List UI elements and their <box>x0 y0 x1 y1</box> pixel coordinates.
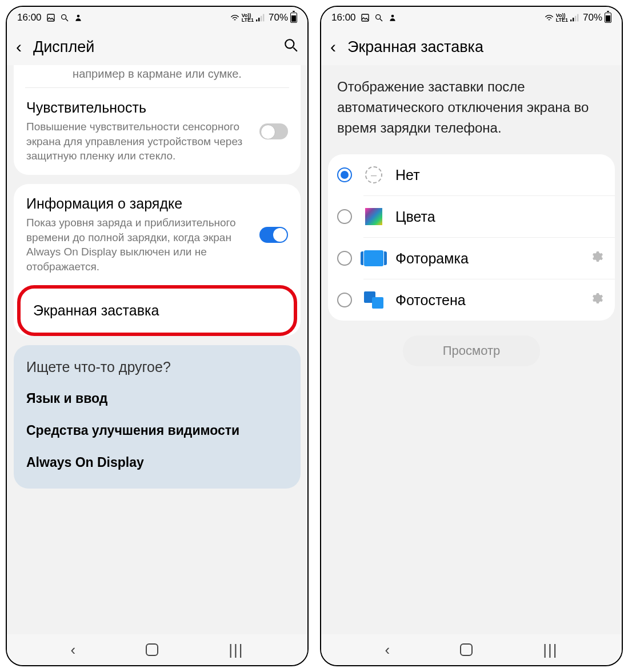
svg-point-13 <box>391 15 394 18</box>
option-photoframe[interactable]: Фоторамка <box>328 238 615 279</box>
gear-icon[interactable] <box>590 250 603 267</box>
looking-link-lang[interactable]: Язык и ввод <box>26 390 288 407</box>
looking-heading: Ищете что-то другое? <box>26 359 288 375</box>
battery-percent: 70% <box>583 12 602 23</box>
sensitivity-desc: Повышение чувствительности сенсорного эк… <box>26 119 251 163</box>
status-time: 16:00 <box>331 12 356 23</box>
back-button[interactable]: ‹ <box>330 38 336 55</box>
colors-icon <box>362 205 385 228</box>
photowall-icon <box>362 289 385 311</box>
nav-home[interactable] <box>146 643 158 656</box>
app-bar: ‹ Экранная заставка <box>321 29 622 65</box>
gallery-icon <box>46 13 55 22</box>
screensaver-row[interactable]: Экранная заставка <box>17 285 297 336</box>
option-label: Фотостена <box>395 292 579 309</box>
svg-rect-6 <box>261 16 262 22</box>
status-bar: 16:00 Vo)) LTE1 70% <box>321 7 622 29</box>
option-colors[interactable]: Цвета <box>328 196 615 237</box>
svg-rect-17 <box>577 14 578 22</box>
navigation-bar: ‹ ||| <box>321 634 622 665</box>
svg-point-3 <box>77 15 79 18</box>
option-label: Нет <box>395 167 603 183</box>
sensitivity-row[interactable]: Чувствительность Повышение чувствительно… <box>14 88 301 175</box>
radio-photowall[interactable] <box>337 293 352 307</box>
gear-icon[interactable] <box>590 291 603 309</box>
volte-icon: Vo)) LTE1 <box>242 13 254 22</box>
looking-for-card: Ищете что-то другое? Язык и ввод Средств… <box>14 345 301 489</box>
nav-back[interactable]: ‹ <box>385 641 390 659</box>
photoframe-icon <box>362 247 385 270</box>
radio-colors[interactable] <box>337 209 352 224</box>
signal-icon <box>256 13 265 22</box>
page-title: Экранная заставка <box>347 38 613 56</box>
none-icon: – <box>362 163 385 186</box>
svg-line-12 <box>380 19 382 21</box>
status-bar: 16:00 Vo)) LTE1 70% <box>7 7 307 29</box>
app-bar: ‹ Дисплей <box>7 29 307 65</box>
nav-home[interactable] <box>460 643 473 656</box>
svg-rect-14 <box>570 19 571 21</box>
svg-rect-16 <box>575 16 576 22</box>
wifi-icon <box>545 13 554 22</box>
preview-button[interactable]: Просмотр <box>403 335 540 366</box>
svg-rect-0 <box>47 14 54 21</box>
wifi-icon <box>230 13 239 22</box>
battery-icon <box>290 13 297 23</box>
magnifier-icon <box>60 13 69 22</box>
option-label: Фоторамка <box>395 250 579 267</box>
battery-icon <box>605 13 611 23</box>
svg-line-2 <box>66 19 68 21</box>
screensaver-title: Экранная заставка <box>33 302 281 319</box>
svg-rect-5 <box>258 18 259 21</box>
svg-rect-7 <box>263 14 264 22</box>
screensaver-options: – Нет Цвета Фоторамка <box>328 154 615 321</box>
option-none[interactable]: – Нет <box>328 154 615 195</box>
truncated-prev-desc: например в кармане или сумке. <box>25 65 289 88</box>
gallery-icon <box>361 13 370 22</box>
phone-screensaver-settings: 16:00 Vo)) LTE1 70% ‹ Экранная заста <box>320 6 623 666</box>
screensaver-description: Отображение заставки после автоматическо… <box>328 65 615 154</box>
svg-point-8 <box>285 39 294 48</box>
charging-info-row[interactable]: Информация о зарядке Показ уровня заряда… <box>14 184 301 286</box>
sensitivity-toggle[interactable] <box>259 123 288 139</box>
looking-link-visibility[interactable]: Средства улучшения видимости <box>26 422 288 439</box>
magnifier-icon <box>374 13 383 22</box>
back-button[interactable]: ‹ <box>16 38 22 55</box>
svg-rect-15 <box>573 18 574 21</box>
person-icon <box>74 13 83 22</box>
settings-card-charging: Информация о зарядке Показ уровня заряда… <box>14 184 301 337</box>
svg-line-9 <box>293 47 297 51</box>
svg-rect-4 <box>256 19 257 21</box>
charging-info-title: Информация о зарядке <box>26 195 251 212</box>
charging-info-toggle[interactable] <box>259 227 288 243</box>
nav-back[interactable]: ‹ <box>71 641 76 659</box>
phone-display-settings: 16:00 Vo)) LTE1 70% ‹ Дисплей <box>6 6 309 666</box>
person-icon <box>388 13 397 22</box>
nav-recents[interactable]: ||| <box>229 641 243 659</box>
navigation-bar: ‹ ||| <box>7 634 307 665</box>
svg-point-1 <box>61 15 66 19</box>
page-title: Дисплей <box>33 38 272 56</box>
option-label: Цвета <box>395 209 603 225</box>
option-photowall[interactable]: Фотостена <box>328 279 615 321</box>
svg-rect-10 <box>362 14 369 21</box>
settings-card-top: например в кармане или сумке. Чувствител… <box>14 65 301 175</box>
radio-none[interactable] <box>337 167 352 182</box>
svg-point-11 <box>375 15 380 19</box>
sensitivity-title: Чувствительность <box>26 99 251 116</box>
radio-photoframe[interactable] <box>337 251 352 266</box>
battery-percent: 70% <box>269 12 288 23</box>
volte-icon: Vo)) LTE1 <box>556 13 568 22</box>
signal-icon <box>570 13 579 22</box>
nav-recents[interactable]: ||| <box>543 641 558 659</box>
charging-info-desc: Показ уровня заряда и приблизительного в… <box>26 215 251 274</box>
search-button[interactable] <box>283 38 298 57</box>
status-time: 16:00 <box>17 12 42 23</box>
looking-link-aod[interactable]: Always On Display <box>26 454 288 471</box>
